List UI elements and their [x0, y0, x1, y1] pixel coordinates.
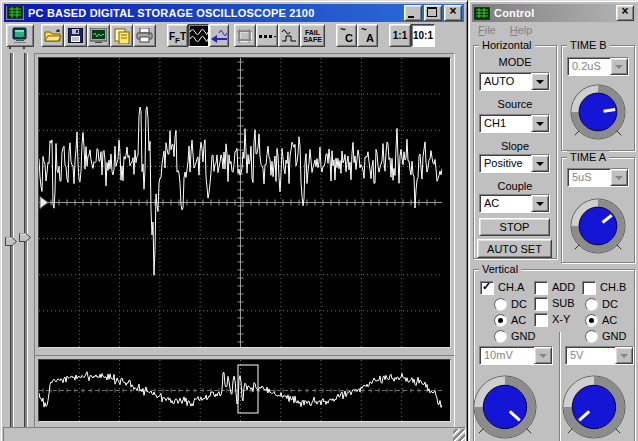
copy-button[interactable]	[110, 24, 133, 47]
ch-b-dc-label: DC	[602, 298, 618, 310]
desktop: PC BASED DIGITAL STORAGE OSCILLOSCOPE 21…	[0, 0, 638, 441]
app-icon	[6, 6, 24, 20]
mode-label: MODE	[474, 56, 556, 68]
ch-a-checkbox[interactable]	[480, 281, 494, 295]
sub-checkbox[interactable]	[534, 297, 548, 311]
save-button[interactable]	[64, 24, 87, 47]
open-button[interactable]	[41, 24, 64, 47]
toolbar: FFT	[4, 23, 464, 48]
main-window: PC BASED DIGITAL STORAGE OSCILLOSCOPE 21…	[0, 0, 468, 441]
chevron-down-icon[interactable]	[531, 155, 549, 172]
auto-set-button[interactable]: AUTO SET	[477, 239, 552, 258]
chevron-down-icon[interactable]	[531, 195, 549, 212]
undo-button[interactable]	[209, 24, 229, 47]
main-titlebar: PC BASED DIGITAL STORAGE OSCILLOSCOPE 21…	[4, 4, 464, 22]
add-label: ADD	[552, 281, 575, 293]
channel-a-position-slider[interactable]	[5, 51, 17, 438]
source-combo[interactable]: CH1	[479, 114, 550, 133]
print-button[interactable]	[133, 24, 156, 47]
ch-b-ac-label: AC	[602, 314, 617, 326]
slope-combo[interactable]: Positive	[479, 154, 550, 173]
ch-b-checkbox[interactable]	[582, 281, 596, 295]
control-close-button[interactable]	[616, 5, 634, 21]
chevron-down-icon	[534, 347, 552, 364]
ch-b-range-combo: 5V	[565, 346, 634, 365]
dotted-line-icon	[258, 31, 276, 41]
probe-1x-button[interactable]: 1:1	[389, 24, 411, 47]
dotted-line-button[interactable]	[256, 24, 278, 47]
main-display-frame	[34, 53, 455, 360]
tilde-a-icon: ~A	[358, 25, 377, 46]
calibrate-a-button[interactable]: ~A	[357, 24, 378, 47]
chevron-down-icon	[615, 347, 633, 364]
ch-a-dc-radio[interactable]	[494, 298, 507, 311]
overview-scope-screen	[38, 359, 451, 422]
couple-combo[interactable]: AC	[479, 194, 550, 213]
stop-button[interactable]: STOP	[479, 218, 550, 236]
ch-a-dc-label: DC	[511, 298, 527, 310]
exit-button[interactable]	[6, 24, 34, 47]
ch-a-ac-label: AC	[511, 314, 526, 326]
time-a-group: TIME A 5uS	[561, 157, 635, 263]
maximize-button[interactable]	[424, 5, 442, 21]
chevron-down-icon[interactable]	[531, 115, 549, 132]
ch-a-gain-knob[interactable]	[471, 373, 539, 441]
ch-b-dc-radio[interactable]	[585, 298, 598, 311]
channel-b-position-slider[interactable]	[19, 51, 31, 438]
minimize-button[interactable]	[404, 5, 422, 21]
capture-button[interactable]	[87, 24, 110, 47]
slider-thumb[interactable]	[19, 228, 31, 237]
control-menubar: File Help	[472, 22, 636, 38]
vertical-group: Vertical CH.A ADD CH.B DC SUB DC AC X-Y …	[473, 269, 635, 441]
mode-combo[interactable]: AUTO	[479, 72, 550, 91]
chevron-down-icon	[610, 58, 628, 75]
time-a-knob[interactable]	[568, 196, 628, 260]
time-b-knob[interactable]	[568, 82, 628, 146]
add-checkbox[interactable]	[534, 281, 548, 295]
menu-file: File	[478, 24, 496, 36]
chevron-down-icon[interactable]	[531, 73, 549, 90]
ch-b-gain-knob[interactable]	[560, 373, 628, 441]
ch-a-ac-radio[interactable]	[494, 314, 507, 327]
resize-grip-icon[interactable]	[453, 429, 465, 441]
ch-a-gnd-radio[interactable]	[494, 330, 507, 343]
time-b-group: TIME B 0.2uS	[561, 45, 635, 151]
fft-icon: FFT	[169, 27, 186, 45]
slope-label: Slope	[474, 140, 556, 152]
horizontal-group-label: Horizontal	[479, 39, 535, 51]
fft-button[interactable]: FFT	[167, 24, 188, 47]
time-a-combo: 5uS	[567, 168, 629, 187]
xy-checkbox[interactable]	[534, 313, 548, 327]
vertical-group-label: Vertical	[479, 263, 521, 275]
probe-10x-button[interactable]: 10:1	[411, 24, 435, 47]
xy-label: X-Y	[552, 313, 570, 325]
waveform-display-button[interactable]	[188, 24, 209, 47]
source-label: Source	[474, 98, 556, 110]
slider-thumb[interactable]	[5, 232, 17, 241]
calibrate-c-button[interactable]: ~C	[336, 24, 357, 47]
control-title: Control	[494, 7, 535, 19]
failsafe-button[interactable]: FAILSAFE	[300, 24, 325, 47]
floppy-icon	[68, 28, 83, 43]
close-button[interactable]	[444, 5, 462, 21]
ch-b-ac-radio[interactable]	[585, 314, 598, 327]
sine-wave-icon	[189, 27, 208, 44]
status-bar	[3, 427, 466, 441]
ch-a-range-combo: 10mV	[479, 346, 553, 365]
blue-arrow-icon	[210, 28, 228, 44]
printer-icon	[136, 28, 153, 43]
sub-label: SUB	[552, 297, 575, 309]
ch-a-gnd-label: GND	[511, 330, 535, 342]
grid-toggle-button[interactable]	[234, 24, 256, 47]
pulse-mode-button[interactable]	[278, 24, 300, 47]
control-icon	[474, 7, 490, 20]
overview-display-frame	[34, 355, 455, 434]
main-scope-screen	[38, 57, 451, 348]
ch-b-gnd-radio[interactable]	[585, 330, 598, 343]
open-folder-icon	[44, 28, 62, 43]
grid-icon	[236, 28, 254, 44]
copy-pages-icon	[114, 28, 130, 44]
main-title: PC BASED DIGITAL STORAGE OSCILLOSCOPE 21…	[28, 7, 315, 19]
sine-step-icon	[280, 28, 298, 44]
time-b-combo: 0.2uS	[567, 57, 629, 76]
